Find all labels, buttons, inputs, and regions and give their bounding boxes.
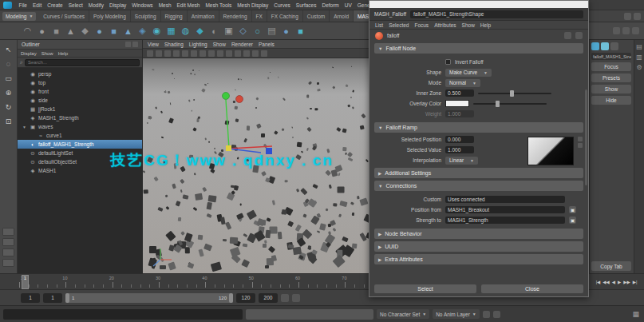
section-falloff-node[interactable]: ▼ Falloff Node	[374, 43, 583, 54]
shelf-icon-10[interactable]: ◉	[150, 24, 164, 38]
key-icon[interactable]	[483, 311, 490, 318]
shape-dropdown[interactable]: Make Curve ▼	[445, 69, 492, 77]
workspace-icon[interactable]	[632, 27, 639, 34]
shelf-icon-7[interactable]: ■	[107, 24, 121, 38]
shelf-icon-16[interactable]: ◇	[236, 24, 250, 38]
menu-mesh[interactable]: Mesh	[156, 2, 174, 8]
lasso-tool[interactable]: ◌	[3, 59, 14, 70]
ramp-preview[interactable]	[527, 137, 574, 165]
viewport-toolbar-icon[interactable]	[252, 50, 259, 57]
viewport-toolbar-icon[interactable]	[217, 50, 223, 57]
ae-menu-selected[interactable]: Selected	[389, 22, 409, 28]
shelf-tab-animation[interactable]: Animation	[188, 10, 219, 22]
shelf-icon-18[interactable]: ▤	[265, 24, 279, 38]
auto-key-icon[interactable]	[292, 294, 300, 302]
playback-button-1[interactable]: |◀	[595, 278, 602, 286]
character-set-dropdown[interactable]: No Character Set ▼	[377, 309, 429, 319]
docked-panel-tab[interactable]: falloff_MASH1_Stre...	[591, 53, 631, 60]
attribute-editor-icon[interactable]: ▥	[636, 54, 642, 61]
ramp-delete-icon[interactable]	[578, 143, 583, 148]
ae-menu-help[interactable]: Help	[480, 22, 491, 28]
layout-preset-button[interactable]	[2, 228, 14, 236]
shelf-icon-2[interactable]: ●	[35, 24, 49, 38]
select-tool[interactable]: ↖	[3, 45, 14, 55]
inner-zone-field[interactable]: 0.500	[445, 89, 474, 97]
section-uuid[interactable]: ▶ UUID	[374, 241, 583, 252]
viewport-toolbar-icon[interactable]	[173, 50, 180, 57]
selected-value-field[interactable]: 1.000	[445, 146, 474, 153]
shelf-icon-4[interactable]: ▲	[64, 24, 77, 38]
viewport-toolbar-icon[interactable]	[156, 50, 162, 57]
viewport-toolbar-icon[interactable]	[261, 50, 267, 57]
selected-position-field[interactable]: 0.000	[445, 136, 474, 143]
shelf-icon-14[interactable]: ◐	[207, 24, 221, 38]
shelf-tab-custom[interactable]: Custom	[303, 10, 330, 22]
menu-deform[interactable]: Deform	[319, 2, 342, 8]
outliner-item-falloff-mash1-strength[interactable]: ◐falloff_MASH1_Strength	[18, 140, 142, 149]
shelf-tab-curves-surfaces[interactable]: Curves / Surfaces	[39, 10, 89, 22]
copy-tab-button[interactable]: Copy Tab	[591, 261, 631, 271]
shelf-icon-15[interactable]: ▣	[222, 24, 235, 38]
overlay-color-swatch[interactable]	[445, 100, 469, 107]
workspace-dropdown[interactable]: Modeling ▼	[2, 12, 36, 21]
select-button[interactable]: Select	[374, 284, 476, 293]
outliner-menu-show[interactable]: Show	[41, 51, 53, 56]
shelf-icon-17[interactable]: ○	[251, 24, 264, 38]
viewport-menu-renderer[interactable]: Renderer	[231, 42, 253, 47]
layout-preset-button[interactable]	[2, 248, 14, 256]
show-button[interactable]: Show	[591, 85, 631, 93]
range-slider-bar[interactable]: 1 120	[65, 293, 233, 303]
overlay-color-slider[interactable]	[473, 103, 547, 105]
ramp-add-icon[interactable]	[578, 137, 583, 141]
attribute-editor-tab[interactable]: MASH_Falloff	[374, 11, 406, 17]
viewport-menu-shading[interactable]: Shading	[164, 42, 184, 47]
viewport-menu-lighting[interactable]: Lighting	[189, 42, 207, 47]
menu-modify[interactable]: Modify	[85, 2, 106, 8]
floating-window-titlebar[interactable]	[369, 1, 588, 8]
section-node-behavior[interactable]: ▶ Node Behavior	[374, 229, 583, 239]
shelf-tab-poly-modeling[interactable]: Poly Modeling	[89, 10, 131, 22]
menu-curves[interactable]: Curves	[271, 2, 294, 8]
section-falloff-ramp[interactable]: ▼ Falloff Ramp	[374, 122, 583, 133]
command-line-input[interactable]	[3, 309, 243, 320]
ae-menu-focus[interactable]: Focus	[414, 22, 429, 28]
outliner-item-side[interactable]: ◉side	[18, 96, 142, 105]
section-connections[interactable]: ▼ Connections	[374, 181, 583, 191]
rotate-tool[interactable]: ↻	[3, 102, 14, 113]
outliner-item-front[interactable]: ◉front	[18, 87, 142, 96]
shelf-tab-fx-caching[interactable]: FX Caching	[267, 10, 303, 22]
viewport-menu-view[interactable]: View	[148, 42, 159, 47]
playback-button-5[interactable]: ▶▶	[622, 278, 630, 286]
ae-menu-show[interactable]: Show	[462, 22, 475, 28]
shelf-icon-6[interactable]: ●	[93, 24, 106, 38]
viewport-menu-panels[interactable]: Panels	[259, 42, 275, 47]
playback-options-icon[interactable]	[281, 294, 289, 302]
viewport-toolbar-icon[interactable]	[243, 50, 250, 57]
shelf-tab-rendering[interactable]: Rendering	[219, 10, 252, 22]
anim-layer-dropdown[interactable]: No Anim Layer ▼	[433, 309, 480, 319]
ae-menu-attributes[interactable]: Attributes	[434, 22, 456, 28]
focus-button[interactable]: Focus	[591, 62, 631, 71]
shelf-icon-11[interactable]: ▦	[164, 24, 178, 38]
node-icon[interactable]	[610, 42, 618, 50]
connection-icon[interactable]: ▣	[569, 217, 576, 224]
strength-to-field[interactable]: MASH1_Strength	[445, 217, 565, 224]
invert-falloff-checkbox[interactable]	[445, 59, 451, 65]
interpolation-dropdown[interactable]: Linear ▼	[445, 157, 478, 165]
current-time-indicator[interactable]: 1	[22, 275, 29, 289]
scale-tool[interactable]: ⊡	[3, 117, 14, 127]
viewport-toolbar-icon[interactable]	[226, 50, 232, 57]
menu-mesh-display[interactable]: Mesh Display	[235, 2, 271, 8]
shelf-icon-5[interactable]: ◆	[78, 24, 92, 38]
custom-connection-field[interactable]: Uses connected	[445, 196, 565, 203]
menu-edit[interactable]: Edit	[30, 2, 44, 8]
outliner-item-waves[interactable]: ▼▣waves	[18, 122, 142, 131]
ae-menu-list[interactable]: List	[375, 22, 383, 28]
show-hide-icon[interactable]	[575, 32, 583, 39]
shelf-options-icon[interactable]	[613, 27, 620, 34]
inner-zone-slider[interactable]	[478, 93, 551, 94]
animation-end-field[interactable]: 200	[259, 293, 278, 303]
outliner-item-persp[interactable]: ◉persp	[18, 70, 142, 78]
tool-settings-icon[interactable]: ⚙	[636, 64, 642, 71]
shelf-tab-sculpting[interactable]: Sculpting	[131, 10, 161, 22]
